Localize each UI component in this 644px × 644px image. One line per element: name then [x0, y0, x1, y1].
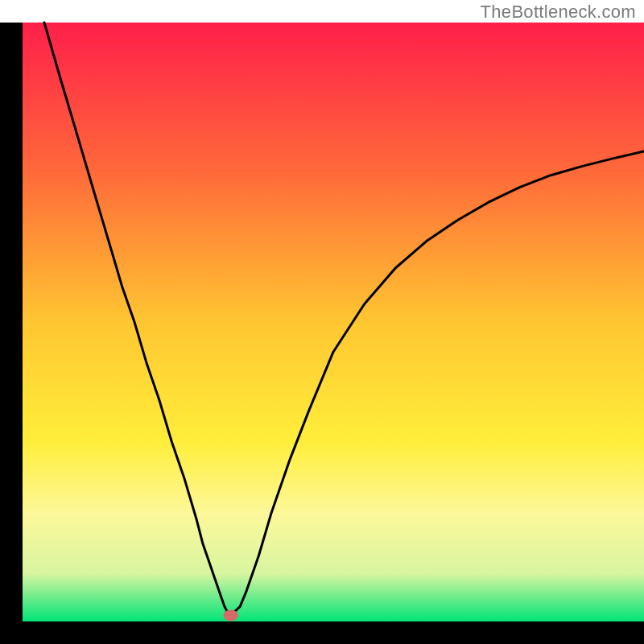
- bottleneck-chart: [0, 0, 644, 644]
- chart-container: TheBottleneck.com: [0, 0, 644, 644]
- chart-background: [23, 23, 644, 621]
- optimal-point-marker: [224, 610, 238, 621]
- watermark-text: TheBottleneck.com: [481, 2, 636, 23]
